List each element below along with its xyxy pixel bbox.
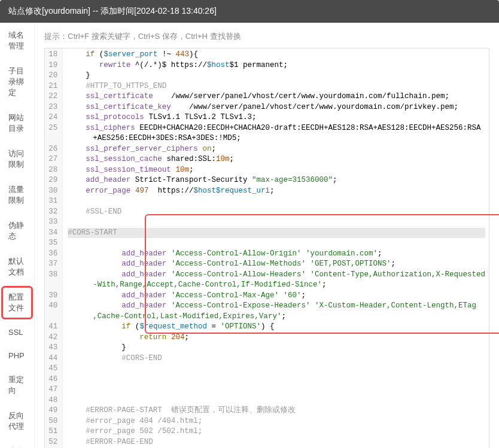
code-line[interactable]: #ERROR-PAGE-START 错误页配置，可以注释、删除或修改 bbox=[68, 406, 485, 416]
code-line[interactable]: add_header Strict-Transport-Security "ma… bbox=[68, 175, 485, 186]
code-line[interactable] bbox=[68, 196, 485, 207]
code-line[interactable]: } bbox=[68, 343, 485, 353]
code-line[interactable]: add_header 'Access-Control-Max-Age' '60'… bbox=[68, 291, 485, 301]
sidebar-item-网站目录[interactable]: 网站目录 bbox=[0, 105, 34, 141]
sidebar-item-流量限制[interactable]: 流量限制 bbox=[0, 177, 34, 213]
code-line[interactable]: ssl_ciphers EECDH+CHACHA20:EECDH+CHACHA2… bbox=[68, 123, 485, 134]
code-line[interactable]: +AES256:EECDH+3DES:RSA+3DES:!MD5; bbox=[68, 133, 485, 144]
code-line[interactable]: -With,Range,Accept,Cache-Control,If-Modi… bbox=[68, 280, 485, 291]
code-line[interactable]: ssl_certificate /www/server/panel/vhost/… bbox=[68, 92, 485, 102]
code-line[interactable] bbox=[68, 217, 485, 228]
sidebar-item-域名管理[interactable]: 域名管理 bbox=[0, 23, 34, 59]
code-line[interactable]: rewrite ^(/.*)$ https://$host$1 permanen… bbox=[68, 60, 485, 71]
code-line[interactable]: add_header 'Access-Control-Allow-Origin'… bbox=[68, 249, 485, 260]
sidebar-item-伪静态[interactable]: 伪静态 bbox=[0, 213, 34, 249]
code-line[interactable]: add_header 'Access-Control-Allow-Headers… bbox=[68, 270, 485, 281]
sidebar-item-反向代理[interactable]: 反向代理 bbox=[0, 403, 34, 439]
code-line[interactable] bbox=[68, 364, 485, 374]
code-line[interactable]: ssl_certificate_key /www/server/panel/vh… bbox=[68, 102, 485, 113]
code-line[interactable] bbox=[68, 374, 485, 385]
code-line[interactable] bbox=[68, 385, 485, 395]
code-line[interactable]: #ERROR-PAGE-END bbox=[68, 437, 485, 448]
code-line[interactable]: ,Cache-Control,Last-Modified,Expires,Var… bbox=[68, 312, 485, 322]
sidebar-item-默认文档[interactable]: 默认文档 bbox=[0, 249, 34, 285]
sidebar-item-配置文件[interactable]: 配置文件 bbox=[0, 285, 34, 321]
sidebar-item-SSL[interactable]: SSL bbox=[0, 321, 34, 344]
code-line[interactable] bbox=[68, 238, 485, 249]
code-line[interactable]: #CORS-START bbox=[68, 228, 485, 239]
code-line[interactable]: #SSL-END bbox=[68, 207, 485, 218]
sidebar-item-防盗链[interactable]: 防盗链 bbox=[0, 439, 34, 448]
code-line[interactable]: return 204; bbox=[68, 333, 485, 343]
main-container: 域名管理子目录绑定网站目录访问限制流量限制伪静态默认文档配置文件SSLPHP重定… bbox=[0, 23, 499, 448]
dialog-title: 站点修改[yourdomain] -- 添加时间[2024-02-18 13:4… bbox=[0, 0, 499, 23]
code-line[interactable]: ssl_prefer_server_ciphers on; bbox=[68, 144, 485, 155]
sidebar-item-子目录绑定[interactable]: 子目录绑定 bbox=[0, 59, 34, 105]
sidebar: 域名管理子目录绑定网站目录访问限制流量限制伪静态默认文档配置文件SSLPHP重定… bbox=[0, 23, 35, 448]
code-body[interactable]: if ($server_port !~ 443){ rewrite ^(/.*)… bbox=[63, 48, 489, 448]
code-line[interactable]: add_header 'Access-Control-Expose-Header… bbox=[68, 301, 485, 312]
code-line[interactable]: #error_page 404 /404.html; bbox=[68, 416, 485, 427]
code-editor[interactable]: 1819202122232425262728293031323334353637… bbox=[44, 48, 489, 448]
code-line[interactable]: ssl_protocols TLSv1.1 TLSv1.2 TLSv1.3; bbox=[68, 112, 485, 123]
sidebar-item-PHP[interactable]: PHP bbox=[0, 344, 34, 367]
content-panel: 提示：Ctrl+F 搜索关键字，Ctrl+S 保存，Ctrl+H 查找替换 18… bbox=[35, 23, 499, 448]
code-line[interactable]: #CORS-END bbox=[68, 353, 485, 364]
sidebar-item-访问限制[interactable]: 访问限制 bbox=[0, 141, 34, 177]
code-line[interactable]: ssl_session_cache shared:SSL:10m; bbox=[68, 154, 485, 165]
sidebar-item-重定向[interactable]: 重定向 bbox=[0, 367, 34, 403]
code-line[interactable]: #error_page 502 /502.html; bbox=[68, 426, 485, 437]
code-line[interactable]: error_page 497 https://$host$request_uri… bbox=[68, 186, 485, 197]
code-line[interactable]: if ($server_port !~ 443){ bbox=[68, 50, 485, 60]
editor-hint: 提示：Ctrl+F 搜索关键字，Ctrl+S 保存，Ctrl+H 查找替换 bbox=[44, 31, 489, 42]
line-gutter: 1819202122232425262728293031323334353637… bbox=[45, 48, 63, 448]
code-line[interactable]: add_header 'Access-Control-Allow-Methods… bbox=[68, 259, 485, 270]
code-line[interactable]: if ($request_method = 'OPTIONS') { bbox=[68, 322, 485, 333]
code-line[interactable] bbox=[68, 395, 485, 406]
code-line[interactable]: ssl_session_timeout 10m; bbox=[68, 165, 485, 176]
code-line[interactable]: } bbox=[68, 71, 485, 81]
code-line[interactable]: #HTTP_TO_HTTPS_END bbox=[68, 81, 485, 92]
